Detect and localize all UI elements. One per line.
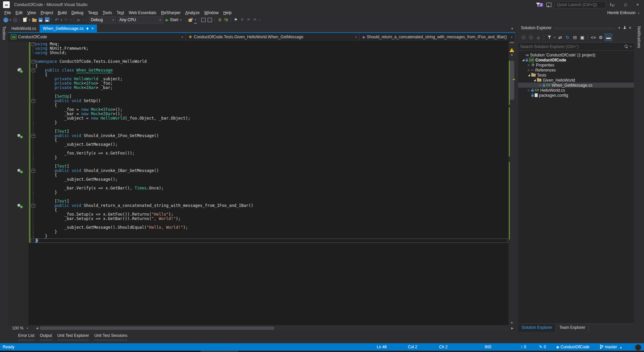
solution-search-input[interactable]	[518, 44, 625, 49]
breadcrumb-project[interactable]: C# ConductOfCode ▼	[8, 33, 186, 41]
fold-collapse-icon[interactable]: −	[32, 204, 35, 208]
menu-item-build[interactable]: Build	[55, 10, 69, 15]
code-line[interactable]	[8, 125, 508, 129]
fold-collapse-icon[interactable]: −	[32, 134, 35, 138]
uncommitted-edits[interactable]: ✎0	[539, 343, 546, 351]
back-icon-disabled[interactable]: ←	[520, 34, 527, 41]
menu-item-help[interactable]: Help	[221, 10, 234, 15]
fold-collapse-icon[interactable]: −	[32, 69, 35, 72]
menu-item-analyze[interactable]: Analyze	[183, 10, 202, 15]
unit-test-status-icon[interactable]: ✓	[17, 169, 22, 173]
close-button[interactable]: ×	[633, 2, 642, 7]
code-line[interactable]: _bar.Setup(x => x.GetBar()).Returns(", W…	[8, 217, 508, 221]
pin-icon[interactable]	[86, 27, 89, 30]
collapse-all-icon[interactable]: ⊟	[572, 34, 578, 41]
tree-item-references[interactable]: ▷▪▪References	[518, 68, 634, 73]
feedback-icon[interactable]	[546, 3, 551, 7]
home-icon[interactable]: ⌂	[535, 34, 542, 41]
code-line[interactable]	[8, 90, 508, 94]
expand-arrow-icon[interactable]: ▷	[527, 69, 531, 72]
code-line[interactable]: }	[8, 121, 508, 125]
unpushed-commits[interactable]: ↑0	[521, 343, 526, 351]
bottom-tab-output[interactable]: Output	[40, 333, 52, 343]
code-line[interactable]: public void Should_return_a_concatenated…	[8, 204, 508, 208]
menu-item-test[interactable]: Test	[114, 10, 126, 15]
refresh-icon[interactable]: ↻	[564, 34, 571, 41]
scroll-right-icon[interactable]: ▶	[509, 326, 515, 330]
fold-collapse-icon[interactable]: −	[32, 60, 35, 63]
caret[interactable]: ▼	[9, 16, 12, 23]
notifications-filter-icon[interactable]: 3	[536, 2, 543, 7]
code-line[interactable]: }	[8, 190, 508, 195]
previous-bookmark-icon-disabled[interactable]: ⚑	[239, 16, 245, 23]
new-file-icon[interactable]	[22, 16, 28, 23]
window-position-icon[interactable]: ▼	[618, 27, 621, 30]
code-line[interactable]: public class When_GetMessage	[8, 68, 508, 73]
code-line[interactable]	[8, 160, 508, 164]
sync-with-active-document-icon[interactable]: ⇄	[557, 34, 564, 41]
scrollbar-thumb[interactable]	[509, 61, 514, 100]
caret-disabled[interactable]: ▼	[69, 16, 72, 23]
expand-arrow-icon[interactable]: ▷	[527, 63, 531, 67]
document-tab-helloworld-cs[interactable]: HelloWorld.cs	[8, 25, 40, 32]
caret[interactable]: ▼	[28, 16, 31, 23]
next-bookmark-icon-disabled[interactable]: ⚑	[246, 16, 252, 23]
scroll-left-icon[interactable]: ◀	[34, 326, 40, 330]
show-all-files-icon[interactable]: ▣	[579, 34, 586, 41]
toolbox-tab[interactable]: Toolbox	[2, 26, 6, 40]
code-line[interactable]: _foo.Verify(x => x.GetFoo());	[8, 151, 508, 156]
expand-arrow-icon[interactable]: ◢	[521, 58, 526, 61]
code-line[interactable]: using Should;	[8, 51, 508, 55]
start-debug-target-icon-disabled[interactable]: ▶	[76, 16, 82, 23]
close-panel-icon[interactable]: ×	[629, 26, 631, 30]
menu-item-debug[interactable]: Debug	[69, 10, 86, 15]
find-in-files-icon[interactable]	[188, 16, 194, 23]
view-code-icon[interactable]: <>	[590, 34, 597, 41]
menu-item-web-essentials[interactable]: Web Essentials	[126, 10, 159, 15]
platform-combo[interactable]: Any CPU▼	[118, 16, 163, 24]
format-selection-icon[interactable]: ²≣	[223, 16, 229, 23]
vertical-scrollbar[interactable]: ▲ ▼	[508, 41, 515, 325]
code-line[interactable]: public void Should_invoke_IFoo_GetMessag…	[8, 134, 508, 138]
preview-selected-items-toggle[interactable]: ▬	[605, 34, 612, 41]
unit-test-status-icon[interactable]: ✓	[17, 134, 22, 138]
document-well-dropdown-icon[interactable]: ▼	[511, 27, 514, 30]
caret-disabled[interactable]: ▼	[82, 16, 85, 23]
code-line[interactable]: }	[8, 234, 508, 238]
comment-icon[interactable]: ←	[201, 16, 207, 23]
toolbar-overflow-caret[interactable]: ▼	[194, 16, 197, 24]
bottom-tab-error-list[interactable]: Error List	[18, 333, 35, 343]
notifications-tab[interactable]: Notifications	[637, 26, 641, 48]
caret-disabled[interactable]: ▼	[258, 16, 261, 23]
forward-icon-disabled[interactable]: →	[528, 34, 534, 41]
unit-test-status-icon[interactable]: ✓	[17, 68, 22, 72]
open-file-icon[interactable]	[31, 16, 37, 23]
code-editor[interactable]: using Moq;using NUnit.Framework;using Sh…	[8, 41, 515, 325]
caret[interactable]: ▼	[553, 36, 556, 39]
caret[interactable]: ▼	[60, 16, 63, 23]
scrollbar-track[interactable]	[508, 61, 515, 320]
save-all-icon[interactable]	[44, 16, 50, 23]
bottom-tab-unit-test-sessions[interactable]: Unit Test Sessions	[94, 333, 127, 343]
code-line[interactable]	[8, 195, 508, 199]
uncomment-icon[interactable]: →	[207, 16, 213, 23]
scroll-down-icon[interactable]: ▼	[508, 320, 515, 325]
save-icon[interactable]	[38, 16, 44, 23]
toggle-bookmark-icon[interactable]: ⚑	[233, 16, 239, 23]
code-line[interactable]: public void Should_invoke_IBar_GetMessag…	[8, 169, 508, 173]
code-line[interactable]: _subject.GetMessage();	[8, 177, 508, 182]
code-line[interactable]: namespace ConductOfCode.Tests.Given_Hell…	[8, 59, 508, 64]
tree-item-helloworld-cs[interactable]: ▷C#HelloWorld.cs	[518, 88, 634, 93]
code-line[interactable]: }	[8, 230, 508, 234]
quick-launch-box[interactable]	[555, 1, 606, 8]
code-line[interactable]: _subject = new HelloWorld(_foo.Object, _…	[8, 116, 508, 121]
user-menu[interactable]: Henrik Eriksson ▾	[607, 10, 639, 15]
tree-item-conductofcode[interactable]: ◢C#ConductOfCode	[518, 57, 634, 62]
code-line[interactable]: _bar.Verify(x => x.GetBar(), Times.Once)…	[8, 186, 508, 190]
menu-item-project[interactable]: Project	[38, 10, 55, 15]
warning-icon[interactable]	[509, 48, 514, 52]
expand-arrow-icon[interactable]: ▷	[538, 84, 543, 87]
panel-splitter[interactable]	[515, 24, 518, 343]
code-line[interactable]: }	[8, 156, 508, 160]
menu-item-team[interactable]: Team	[86, 10, 100, 15]
